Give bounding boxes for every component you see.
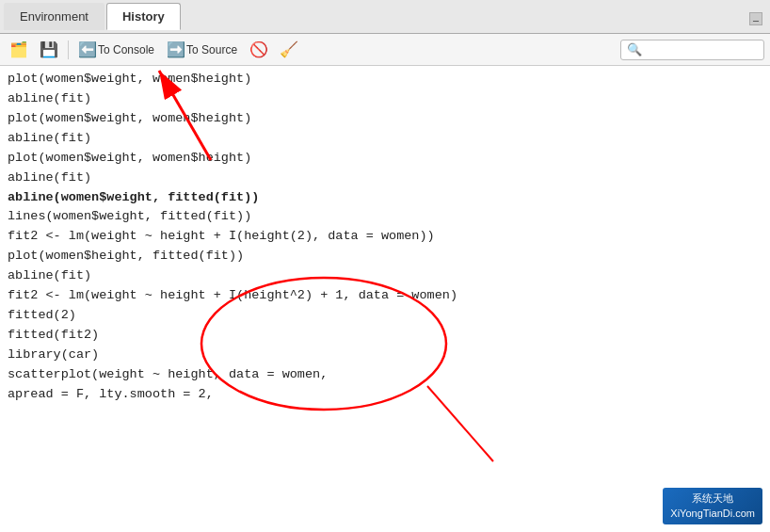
clear-button[interactable]: 🧹: [276, 40, 302, 60]
tab-bar: Environment History _: [0, 0, 770, 34]
code-line[interactable]: plot(women$height, fitted(fit)): [8, 247, 762, 266]
code-line[interactable]: abline(women$weight, fitted(fit)): [8, 188, 762, 208]
to-source-icon: ➡️: [168, 41, 184, 58]
code-line[interactable]: plot(women$weight, women$height): [8, 109, 762, 129]
remove-button[interactable]: 🚫: [246, 40, 272, 60]
code-line[interactable]: abline(fit): [8, 129, 762, 149]
save-icon: 💾: [40, 41, 57, 58]
to-console-button[interactable]: ⬅️ To Console: [74, 40, 159, 60]
load-button[interactable]: 🗂️: [6, 40, 32, 60]
clear-icon: 🧹: [281, 41, 297, 58]
code-line[interactable]: plot(women$weight, women$height): [8, 149, 762, 169]
search-box[interactable]: 🔍: [620, 40, 764, 60]
tab-environment[interactable]: Environment: [4, 3, 104, 30]
window-controls: _: [749, 8, 762, 25]
code-line[interactable]: abline(fit): [8, 169, 762, 188]
minimize-button[interactable]: _: [749, 12, 762, 25]
search-icon: 🔍: [627, 42, 642, 57]
code-line[interactable]: lines(women$weight, fitted(fit)): [8, 207, 762, 227]
code-line[interactable]: library(car): [8, 346, 762, 365]
load-icon: 🗂️: [10, 41, 27, 58]
code-line[interactable]: abline(fit): [8, 266, 762, 286]
save-button[interactable]: 💾: [36, 40, 62, 60]
to-console-icon: ⬅️: [79, 41, 96, 58]
to-console-label: To Console: [98, 43, 154, 56]
toolbar-separator-1: [68, 40, 69, 59]
code-line[interactable]: fit2 <- lm(weight ~ height + I(height(2)…: [8, 227, 762, 247]
watermark-line2: XiYongTianDi.com: [670, 507, 755, 521]
watermark: 系统天地 XiYongTianDi.com: [663, 488, 762, 524]
remove-icon: 🚫: [250, 41, 267, 58]
code-line[interactable]: fitted(fit2): [8, 326, 762, 346]
to-source-button[interactable]: ➡️ To Source: [163, 40, 242, 60]
code-line[interactable]: apread = F, lty.smooth = 2,: [8, 385, 762, 405]
code-line[interactable]: fit2 <- lm(weight ~ height + I(height^2)…: [8, 286, 762, 306]
code-line[interactable]: scatterplot(weight ~ height, data = wome…: [8, 365, 762, 385]
code-line[interactable]: plot(women$weight, women$height): [8, 70, 762, 89]
search-input[interactable]: [645, 43, 758, 56]
code-line[interactable]: fitted(2): [8, 306, 762, 326]
app-window: Environment History _ 🗂️ 💾 ⬅️ To Console…: [0, 0, 770, 532]
code-line[interactable]: abline(fit): [8, 89, 762, 109]
to-source-label: To Source: [186, 43, 237, 56]
watermark-line1: 系统天地: [670, 492, 755, 506]
toolbar: 🗂️ 💾 ⬅️ To Console ➡️ To Source 🚫 🧹 🔍: [0, 34, 770, 66]
code-content-area[interactable]: plot(women$weight, women$height)abline(f…: [0, 66, 770, 532]
tab-history[interactable]: History: [106, 3, 181, 30]
